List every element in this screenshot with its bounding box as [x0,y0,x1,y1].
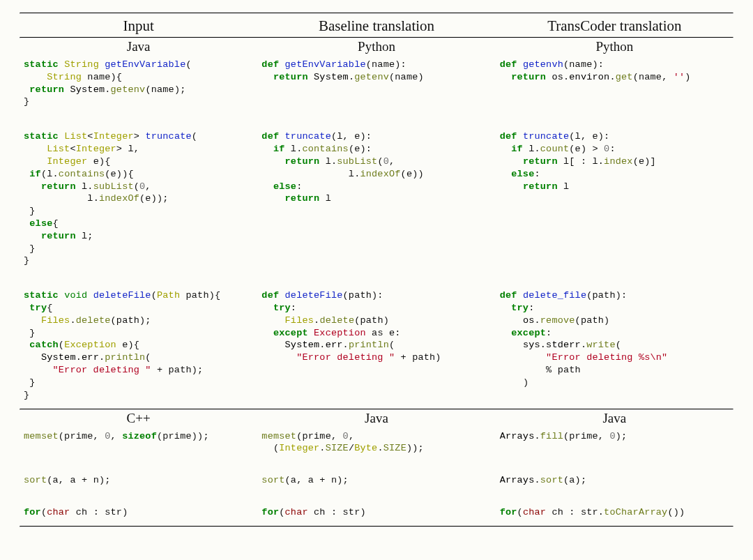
code-baseline-1: def getEnvVariable(name): return System.… [261,59,491,84]
code-input-1: static String getEnvVariable( String nam… [24,59,253,108]
code-transcoder-6: for(char ch : str.toCharArray()) [500,506,729,519]
example-6: for(char ch : str) for(char ch : str) fo… [20,504,733,526]
example-2: static List<Integer> truncate( List<Inte… [20,128,733,274]
code-baseline-2: def truncate(l, e): if l.contains(e): re… [261,130,491,205]
lang-python-2: Python [496,38,733,56]
example-1: static String getEnvVariable( String nam… [20,56,733,115]
example-4: memset(prime, 0, sizeof(prime)); memset(… [20,427,733,462]
figure-table: Input Baseline translation TransCoder tr… [20,13,733,527]
code-transcoder-2: def truncate(l, e): if l.count(e) > 0: r… [500,130,729,192]
lang-cpp: C++ [20,410,257,427]
example-3: static void deleteFile(Path path){ try{ … [20,287,733,408]
lang-row-2: C++ Java Java [20,410,733,427]
code-input-3: static void deleteFile(Path path){ try{ … [24,289,253,401]
lang-java-3: Java [496,410,733,427]
code-input-2: static List<Integer> truncate( List<Inte… [24,130,253,267]
code-baseline-6: for(char ch : str) [261,506,491,519]
col-header-baseline: Baseline translation [257,14,495,37]
col-header-input: Input [20,14,257,37]
code-transcoder-1: def getenvh(name): return os.environ.get… [500,59,729,84]
code-input-5: sort(a, a + n); [24,474,253,487]
bottom-rule [20,526,733,527]
col-header-transcoder: TransCoder translation [496,14,733,37]
lang-java-2: Java [257,410,495,427]
code-baseline-4: memset(prime, 0, (Integer.SIZE/Byte.SIZE… [261,430,491,455]
code-baseline-5: sort(a, a + n); [261,474,491,487]
code-baseline-3: def deleteFile(path): try: Files.delete(… [261,289,491,364]
code-transcoder-4: Arrays.fill(prime, 0); [500,430,729,443]
lang-row-1: Java Python Python [20,38,733,56]
code-transcoder-5: Arrays.sort(a); [500,474,729,487]
lang-python-1: Python [257,38,495,56]
lang-java: Java [20,38,257,56]
example-5: sort(a, a + n); sort(a, a + n); Arrays.s… [20,471,733,494]
code-input-6: for(char ch : str) [24,506,253,519]
code-input-4: memset(prime, 0, sizeof(prime)); [24,430,253,443]
code-transcoder-3: def delete_file(path): try: os.remove(pa… [500,289,729,389]
column-header-row: Input Baseline translation TransCoder tr… [20,14,733,37]
